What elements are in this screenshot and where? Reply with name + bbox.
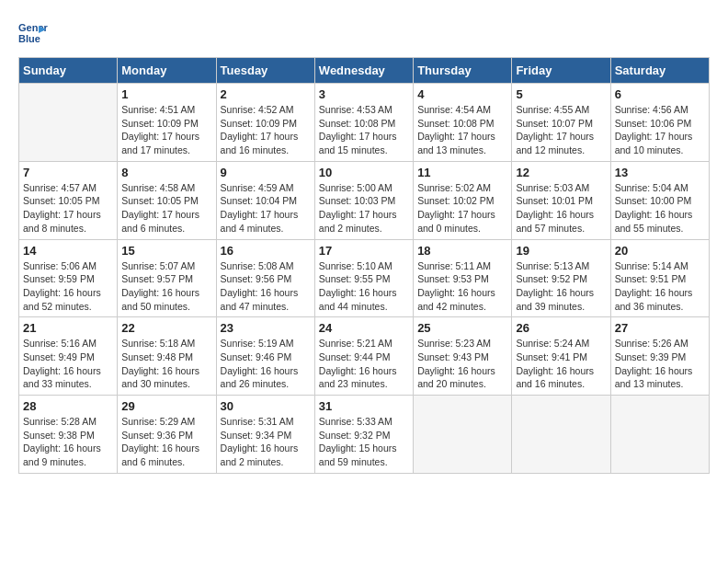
day-cell (610, 396, 709, 474)
day-cell: 5Sunrise: 4:55 AM Sunset: 10:07 PM Dayli… (512, 84, 610, 162)
day-number: 20 (615, 244, 705, 258)
day-cell: 9Sunrise: 4:59 AM Sunset: 10:04 PM Dayli… (216, 161, 314, 239)
day-cell: 24Sunrise: 5:21 AM Sunset: 9:44 PM Dayli… (314, 317, 413, 396)
day-cell: 10Sunrise: 5:00 AM Sunset: 10:03 PM Dayl… (314, 161, 413, 239)
day-cell: 16Sunrise: 5:08 AM Sunset: 9:56 PM Dayli… (216, 239, 314, 317)
svg-text:Blue: Blue (18, 33, 40, 44)
day-cell: 7Sunrise: 4:57 AM Sunset: 10:05 PM Dayli… (19, 161, 118, 239)
day-cell (512, 396, 610, 474)
day-cell: 31Sunrise: 5:33 AM Sunset: 9:32 PM Dayli… (314, 396, 413, 474)
day-cell: 26Sunrise: 5:24 AM Sunset: 9:41 PM Dayli… (512, 317, 610, 396)
week-row-2: 7Sunrise: 4:57 AM Sunset: 10:05 PM Dayli… (19, 161, 710, 239)
day-cell: 29Sunrise: 5:29 AM Sunset: 9:36 PM Dayli… (118, 396, 216, 474)
day-cell: 3Sunrise: 4:53 AM Sunset: 10:08 PM Dayli… (314, 84, 413, 162)
day-number: 10 (319, 166, 409, 179)
day-info: Sunrise: 4:58 AM Sunset: 10:05 PM Daylig… (121, 181, 211, 236)
day-number: 6 (615, 87, 705, 101)
day-cell (19, 84, 118, 162)
day-cell: 14Sunrise: 5:06 AM Sunset: 9:59 PM Dayli… (19, 239, 118, 317)
day-info: Sunrise: 5:21 AM Sunset: 9:44 PM Dayligh… (319, 337, 409, 391)
day-cell: 25Sunrise: 5:23 AM Sunset: 9:43 PM Dayli… (414, 317, 512, 396)
day-number: 12 (516, 166, 606, 179)
svg-text:General: General (18, 22, 48, 33)
day-number: 13 (615, 166, 705, 179)
calendar-table: SundayMondayTuesdayWednesdayThursdayFrid… (18, 57, 710, 474)
day-number: 1 (121, 87, 211, 101)
day-cell: 20Sunrise: 5:14 AM Sunset: 9:51 PM Dayli… (610, 239, 709, 317)
day-info: Sunrise: 5:23 AM Sunset: 9:43 PM Dayligh… (417, 337, 507, 391)
day-number: 29 (121, 399, 211, 413)
day-number: 18 (417, 244, 507, 258)
day-cell: 6Sunrise: 4:56 AM Sunset: 10:06 PM Dayli… (610, 84, 709, 162)
day-info: Sunrise: 5:18 AM Sunset: 9:48 PM Dayligh… (121, 337, 211, 391)
day-cell (414, 396, 512, 474)
col-header-saturday: Saturday (610, 58, 709, 84)
day-cell: 18Sunrise: 5:11 AM Sunset: 9:53 PM Dayli… (414, 239, 512, 317)
week-row-5: 28Sunrise: 5:28 AM Sunset: 9:38 PM Dayli… (19, 396, 710, 474)
day-info: Sunrise: 5:08 AM Sunset: 9:56 PM Dayligh… (221, 259, 311, 314)
day-info: Sunrise: 4:59 AM Sunset: 10:04 PM Daylig… (221, 181, 311, 236)
day-info: Sunrise: 5:06 AM Sunset: 9:59 PM Dayligh… (23, 259, 113, 314)
day-cell: 8Sunrise: 4:58 AM Sunset: 10:05 PM Dayli… (118, 161, 216, 239)
day-number: 3 (319, 87, 409, 101)
day-info: Sunrise: 4:54 AM Sunset: 10:08 PM Daylig… (417, 103, 507, 157)
day-number: 30 (221, 399, 311, 413)
day-info: Sunrise: 5:14 AM Sunset: 9:51 PM Dayligh… (615, 259, 705, 314)
day-number: 5 (516, 87, 606, 101)
header: General Blue (18, 18, 710, 48)
day-info: Sunrise: 5:00 AM Sunset: 10:03 PM Daylig… (319, 181, 409, 236)
col-header-monday: Monday (118, 58, 216, 84)
day-cell: 27Sunrise: 5:26 AM Sunset: 9:39 PM Dayli… (610, 317, 709, 396)
day-info: Sunrise: 5:26 AM Sunset: 9:39 PM Dayligh… (615, 337, 705, 391)
day-info: Sunrise: 4:56 AM Sunset: 10:06 PM Daylig… (615, 103, 705, 157)
day-number: 4 (417, 87, 507, 101)
day-cell: 19Sunrise: 5:13 AM Sunset: 9:52 PM Dayli… (512, 239, 610, 317)
day-number: 27 (615, 321, 705, 335)
col-header-sunday: Sunday (19, 58, 118, 84)
col-header-friday: Friday (512, 58, 610, 84)
day-cell: 30Sunrise: 5:31 AM Sunset: 9:34 PM Dayli… (216, 396, 314, 474)
day-cell: 1Sunrise: 4:51 AM Sunset: 10:09 PM Dayli… (118, 84, 216, 162)
day-info: Sunrise: 5:29 AM Sunset: 9:36 PM Dayligh… (121, 415, 211, 469)
day-number: 19 (516, 244, 606, 258)
col-header-tuesday: Tuesday (216, 58, 314, 84)
day-number: 17 (319, 244, 409, 258)
day-number: 8 (121, 166, 211, 179)
day-number: 24 (319, 321, 409, 335)
day-cell: 12Sunrise: 5:03 AM Sunset: 10:01 PM Dayl… (512, 161, 610, 239)
day-cell: 21Sunrise: 5:16 AM Sunset: 9:49 PM Dayli… (19, 317, 118, 396)
week-row-4: 21Sunrise: 5:16 AM Sunset: 9:49 PM Dayli… (19, 317, 710, 396)
day-cell: 13Sunrise: 5:04 AM Sunset: 10:00 PM Dayl… (610, 161, 709, 239)
day-info: Sunrise: 5:19 AM Sunset: 9:46 PM Dayligh… (221, 337, 311, 391)
day-cell: 23Sunrise: 5:19 AM Sunset: 9:46 PM Dayli… (216, 317, 314, 396)
day-info: Sunrise: 5:10 AM Sunset: 9:55 PM Dayligh… (319, 259, 409, 314)
day-info: Sunrise: 5:04 AM Sunset: 10:00 PM Daylig… (615, 181, 705, 236)
day-number: 7 (23, 166, 113, 179)
day-cell: 15Sunrise: 5:07 AM Sunset: 9:57 PM Dayli… (118, 239, 216, 317)
day-info: Sunrise: 4:52 AM Sunset: 10:09 PM Daylig… (221, 103, 311, 157)
day-number: 15 (121, 244, 211, 258)
day-number: 31 (319, 399, 409, 413)
day-info: Sunrise: 5:02 AM Sunset: 10:02 PM Daylig… (417, 181, 507, 236)
day-number: 9 (221, 166, 311, 179)
week-row-1: 1Sunrise: 4:51 AM Sunset: 10:09 PM Dayli… (19, 84, 710, 162)
day-info: Sunrise: 5:03 AM Sunset: 10:01 PM Daylig… (516, 181, 606, 236)
day-number: 11 (417, 166, 507, 179)
day-info: Sunrise: 5:16 AM Sunset: 9:49 PM Dayligh… (23, 337, 113, 391)
day-number: 25 (417, 321, 507, 335)
day-info: Sunrise: 4:53 AM Sunset: 10:08 PM Daylig… (319, 103, 409, 157)
logo: General Blue (18, 18, 51, 48)
day-number: 2 (221, 87, 311, 101)
day-info: Sunrise: 4:51 AM Sunset: 10:09 PM Daylig… (121, 103, 211, 157)
day-number: 14 (23, 244, 113, 258)
day-cell: 22Sunrise: 5:18 AM Sunset: 9:48 PM Dayli… (118, 317, 216, 396)
day-info: Sunrise: 5:31 AM Sunset: 9:34 PM Dayligh… (221, 415, 311, 469)
day-number: 16 (221, 244, 311, 258)
day-cell: 2Sunrise: 4:52 AM Sunset: 10:09 PM Dayli… (216, 84, 314, 162)
day-info: Sunrise: 5:07 AM Sunset: 9:57 PM Dayligh… (121, 259, 211, 314)
day-cell: 4Sunrise: 4:54 AM Sunset: 10:08 PM Dayli… (414, 84, 512, 162)
day-info: Sunrise: 5:28 AM Sunset: 9:38 PM Dayligh… (23, 415, 113, 469)
day-info: Sunrise: 5:24 AM Sunset: 9:41 PM Dayligh… (516, 337, 606, 391)
col-header-wednesday: Wednesday (314, 58, 413, 84)
day-number: 21 (23, 321, 113, 335)
